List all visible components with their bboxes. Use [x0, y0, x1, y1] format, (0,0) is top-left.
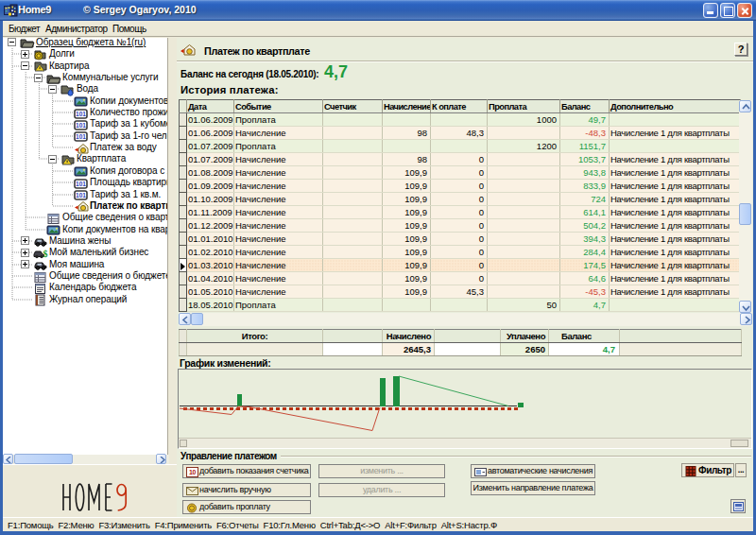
svg-text:101: 101 [76, 122, 86, 129]
svg-text:10: 10 [189, 469, 197, 475]
svg-text:101: 101 [76, 192, 86, 198]
svg-text:101: 101 [76, 181, 86, 187]
svg-text:101: 101 [76, 133, 86, 140]
svg-text:101: 101 [76, 111, 86, 117]
